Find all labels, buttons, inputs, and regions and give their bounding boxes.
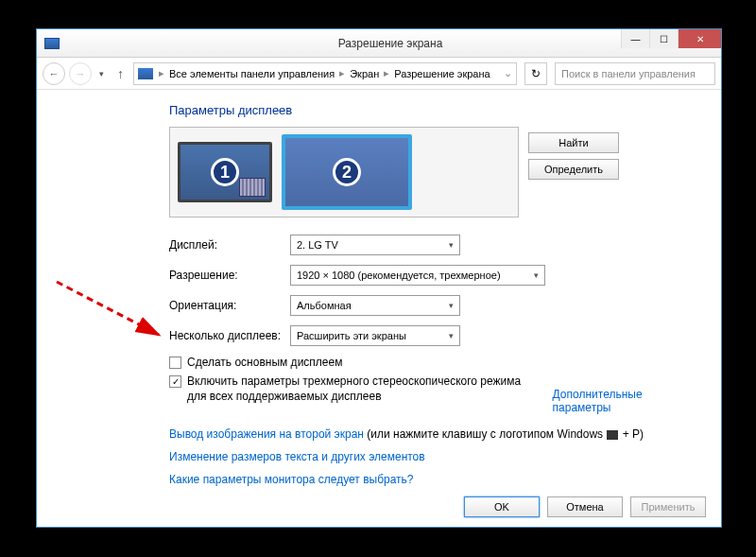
display-label: Дисплей:: [169, 238, 290, 252]
toolbar: ← → ▾ ↑ ▸ Все элементы панели управления…: [37, 58, 721, 90]
display-select[interactable]: 2. LG TV: [290, 235, 460, 255]
app-icon: [44, 38, 60, 49]
primary-display-checkbox[interactable]: [169, 357, 181, 369]
search-input[interactable]: Поиск в панели управления: [555, 62, 715, 85]
content-area: Параметры дисплеев 1 2 Найти Определить …: [37, 90, 721, 499]
titlebar: Разрешение экрана — ☐ ✕: [37, 29, 721, 58]
detect-button[interactable]: Найти: [528, 132, 619, 153]
which-settings-link[interactable]: Какие параметры монитора следует выбрать…: [169, 473, 702, 486]
breadcrumb-arrow-icon: ▸: [159, 67, 164, 79]
monitor-1[interactable]: 1: [178, 142, 272, 202]
ok-button[interactable]: OK: [464, 496, 540, 517]
window-controls: — ☐ ✕: [621, 29, 721, 48]
multi-display-label: Несколько дисплеев:: [169, 329, 290, 342]
refresh-button[interactable]: ↻: [524, 62, 547, 85]
multi-display-select[interactable]: Расширить эти экраны: [290, 325, 460, 346]
windows-key-icon: [607, 430, 618, 440]
stereo-label: Включить параметры трехмерного стереоско…: [187, 374, 543, 404]
resolution-label: Разрешение:: [169, 269, 290, 282]
breadcrumb-arrow-icon: ▸: [384, 67, 389, 79]
apply-button[interactable]: Применить: [630, 496, 706, 517]
primary-display-label: Сделать основным дисплеем: [187, 356, 342, 369]
resolution-select[interactable]: 1920 × 1080 (рекомендуется, трехмерное): [290, 265, 545, 286]
help-links: Вывод изображения на второй экран (или н…: [169, 427, 702, 486]
window: Разрешение экрана — ☐ ✕ ← → ▾ ↑ ▸ Все эл…: [36, 28, 722, 528]
project-link[interactable]: Вывод изображения на второй экран: [169, 427, 364, 441]
advanced-settings-link[interactable]: Дополнительные параметры: [553, 388, 702, 414]
monitor-1-number: 1: [211, 158, 239, 186]
identify-button[interactable]: Определить: [528, 159, 619, 180]
stereo-checkbox[interactable]: [169, 375, 181, 388]
breadcrumb-arrow-icon: ▸: [339, 67, 345, 79]
close-button[interactable]: ✕: [678, 29, 721, 48]
project-key: + P): [619, 427, 644, 441]
back-button[interactable]: ←: [43, 62, 65, 85]
project-suffix: (или нажмите клавишу с логотипом Windows: [364, 427, 606, 441]
up-button[interactable]: ↑: [112, 66, 129, 81]
cancel-button[interactable]: Отмена: [547, 496, 623, 517]
breadcrumb-root[interactable]: Все элементы панели управления: [166, 68, 337, 79]
orientation-label: Ориентация:: [169, 299, 290, 312]
orientation-select[interactable]: Альбомная: [290, 295, 460, 316]
stereo-row: Включить параметры трехмерного стереоско…: [169, 374, 702, 414]
monitor-preview[interactable]: 1 2: [169, 127, 519, 218]
resize-text-link[interactable]: Изменение размеров текста и других элеме…: [169, 450, 702, 463]
monitor-preview-wrap: 1 2 Найти Определить: [169, 127, 519, 218]
page-heading: Параметры дисплеев: [169, 103, 702, 117]
breadcrumb-dropdown-icon[interactable]: ⌄: [504, 67, 512, 79]
breadcrumb-resolution[interactable]: Разрешение экрана: [391, 68, 492, 79]
history-dropdown-icon[interactable]: ▾: [95, 69, 108, 78]
address-bar[interactable]: ▸ Все элементы панели управления ▸ Экран…: [133, 62, 517, 85]
minimize-button[interactable]: —: [621, 29, 649, 48]
control-panel-icon: [138, 68, 153, 79]
settings-form: Дисплей: 2. LG TV Разрешение: 1920 × 108…: [169, 235, 702, 486]
breadcrumb-display[interactable]: Экран: [347, 68, 382, 79]
monitor-side-buttons: Найти Определить: [528, 132, 619, 180]
dialog-buttons: OK Отмена Применить: [37, 487, 721, 527]
project-help: Вывод изображения на второй экран (или н…: [169, 427, 702, 441]
primary-display-row: Сделать основным дисплеем: [169, 356, 702, 369]
monitor-2-number: 2: [333, 158, 361, 186]
monitor-2-selected[interactable]: 2: [282, 134, 412, 210]
forward-button[interactable]: →: [69, 62, 92, 85]
maximize-button[interactable]: ☐: [649, 29, 678, 48]
